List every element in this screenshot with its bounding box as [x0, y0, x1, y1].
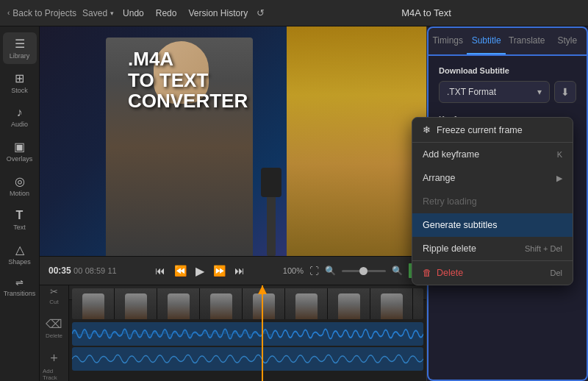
download-button[interactable]: ⬇	[554, 81, 576, 103]
audio-track[interactable]	[72, 322, 423, 346]
subtitle-format-dropdown[interactable]: .TXT Format ▾	[439, 81, 550, 103]
retry-label: Retry loading	[423, 196, 477, 207]
context-menu-add-keyframe[interactable]: Add keyframe K	[412, 143, 573, 166]
context-menu-retry: Retry loading	[412, 190, 573, 213]
video-track[interactable]	[72, 288, 423, 319]
video-background: .M4A TO TEXT CONVERTER	[40, 26, 426, 256]
version-history-button[interactable]: Version History	[185, 7, 251, 20]
video-title-line1: .M4A	[128, 49, 248, 70]
dropdown-chevron-icon: ▾	[537, 87, 542, 97]
sidebar-item-motion[interactable]: ◎ Motion	[3, 170, 37, 202]
trash-icon: 🗑	[423, 268, 432, 278]
microphone	[261, 168, 282, 197]
overlays-icon: ▣	[14, 140, 25, 154]
context-menu-delete[interactable]: 🗑 Delete Del	[412, 261, 573, 285]
ripple-delete-shortcut: Shift + Del	[525, 244, 562, 253]
subtitle-format-row: .TXT Format ▾ ⬇	[439, 81, 576, 103]
total-time: 08:59	[85, 266, 106, 275]
top-bar: ‹ Back to Projects Saved ▾ Undo Redo Ver…	[0, 0, 588, 26]
tab-translate[interactable]: Translate	[506, 28, 548, 54]
shapes-icon: △	[15, 243, 24, 257]
stock-icon: ⊞	[15, 71, 24, 85]
generate-subtitles-label: Generate subtitles	[423, 220, 497, 230]
skip-to-start-button[interactable]: ⏮	[152, 262, 168, 279]
center-content: .M4A TO TEXT CONVERTER 00:35 00 08:59 11	[40, 26, 426, 381]
track-frame-4	[200, 288, 243, 319]
tab-style[interactable]: Style	[548, 28, 587, 54]
saved-dropdown-arrow-icon[interactable]: ▾	[110, 10, 114, 17]
audio-track-2[interactable]	[72, 347, 423, 371]
sidebar-item-shapes[interactable]: △ Shapes	[3, 238, 37, 270]
video-person-right	[287, 26, 426, 256]
sidebar-item-text[interactable]: T Text	[3, 204, 37, 235]
frame-person-9	[423, 293, 424, 319]
step-back-button[interactable]: ⏪	[171, 262, 190, 279]
frame-person-5	[253, 293, 275, 319]
add-keyframe-label: Add keyframe	[423, 149, 479, 160]
download-icon: ⬇	[561, 86, 570, 98]
timeline-tools: ✂ Cut ⌫ Delete + Add Track	[40, 285, 69, 381]
download-subtitle-label: Download Subtitle	[439, 66, 576, 75]
cut-tool[interactable]: ✂ Cut	[46, 285, 61, 308]
arrange-arrow-icon: ▶	[556, 174, 562, 183]
sidebar-label-stock: Stock	[11, 87, 28, 94]
sidebar-item-stock[interactable]: ⊞ Stock	[3, 67, 37, 99]
sidebar-label-transitions: Transitions	[4, 290, 36, 297]
delete-row: 🗑 Delete	[423, 268, 463, 278]
delete-tool[interactable]: ⌫ Delete	[43, 314, 65, 342]
zoom-out-icon[interactable]: 🔍	[392, 266, 403, 276]
video-text-overlay: .M4A TO TEXT CONVERTER	[128, 49, 248, 112]
zoom-in-icon[interactable]: 🔍	[325, 266, 336, 276]
frame-person-4	[210, 293, 232, 319]
sidebar-label-audio: Audio	[11, 121, 28, 128]
tab-subtitle[interactable]: Subtitle	[467, 28, 505, 54]
playback-bar: 00:35 00 08:59 11 ⏮ ⏪ ▶ ⏩ ⏭ 100% ⛶ 🔍	[40, 256, 426, 285]
frame-person-3	[168, 293, 190, 319]
transitions-icon: ⇌	[15, 277, 24, 288]
sidebar-label-shapes: Shapes	[8, 258, 31, 266]
skip-to-end-button[interactable]: ⏭	[232, 262, 248, 279]
delete-shortcut: Del	[550, 268, 562, 277]
sidebar-item-audio[interactable]: ♪ Audio	[3, 102, 37, 132]
video-title-line2: TO TEXT	[128, 70, 248, 91]
zoom-slider[interactable]	[342, 270, 386, 272]
ripple-delete-label: Ripple delete	[423, 243, 476, 254]
sidebar-label-overlays: Overlays	[7, 155, 33, 163]
fullscreen-button[interactable]: ⛶	[309, 266, 319, 277]
playhead[interactable]	[262, 285, 263, 381]
delete-label: Delete	[437, 268, 463, 278]
tab-timings[interactable]: Timings	[429, 28, 467, 54]
current-time: 00:35	[49, 266, 74, 276]
sidebar-item-overlays[interactable]: ▣ Overlays	[3, 135, 37, 167]
redo-button[interactable]: Redo	[153, 7, 180, 20]
zoom-thumb[interactable]	[359, 267, 368, 275]
add-track-tool[interactable]: + Add Track	[40, 348, 68, 382]
cut-icon: ✂	[50, 286, 58, 297]
arrange-label: Arrange	[423, 173, 455, 183]
playback-controls-group: ⏮ ⏪ ▶ ⏩ ⏭	[123, 261, 277, 281]
step-forward-button[interactable]: ⏩	[210, 262, 229, 279]
chevron-left-icon: ‹	[7, 9, 10, 17]
track-frame-7	[328, 288, 370, 319]
project-title: M4A to Text	[272, 7, 581, 18]
context-menu-generate-subtitles[interactable]: Generate subtitles	[412, 213, 573, 237]
timeline-area: :32 100:33 100:34 100:35 ✂ Cut ⌫ Delete …	[40, 285, 426, 381]
sidebar-item-transitions[interactable]: ⇌ Transitions	[3, 273, 37, 302]
context-menu-freeze-item[interactable]: ❄ Freeze current frame	[412, 118, 573, 143]
context-menu-ripple-delete[interactable]: Ripple delete Shift + Del	[412, 237, 573, 260]
timeline-content	[69, 285, 426, 381]
back-to-projects-button[interactable]: ‹ Back to Projects	[7, 8, 76, 18]
undo-button[interactable]: Undo	[120, 7, 147, 20]
sidebar-label-motion: Motion	[10, 190, 29, 197]
sidebar-item-library[interactable]: ☰ Library	[3, 32, 37, 64]
audio-icon: ♪	[17, 106, 23, 119]
frame-person-8	[381, 293, 403, 319]
current-frame: 00	[74, 266, 82, 275]
zoom-level: 100%	[283, 266, 304, 275]
frame-person-2	[125, 293, 147, 319]
text-icon: T	[16, 209, 24, 222]
track-frame-9	[413, 288, 423, 319]
play-pause-button[interactable]: ▶	[193, 261, 207, 281]
context-menu-arrange[interactable]: Arrange ▶	[412, 166, 573, 190]
track-frames	[72, 288, 423, 319]
